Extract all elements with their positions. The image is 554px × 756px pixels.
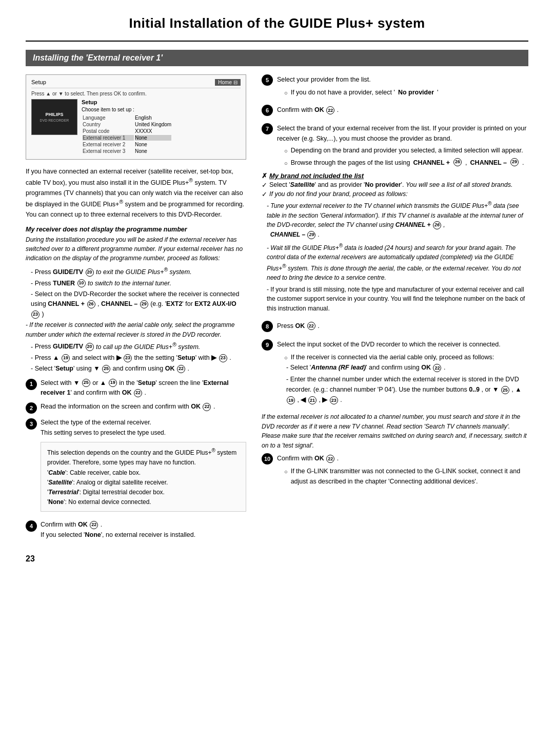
step-9: 9 Select the input socket of the DVD rec… <box>262 339 528 405</box>
setup-text-area: Setup Choose item to set up : LanguageEn… <box>82 99 241 155</box>
step-5: 5 Select your provider from the list. If… <box>262 74 528 98</box>
table-row: External receiver 1None <box>83 135 171 141</box>
step-content-8: Press OK 22 . <box>277 321 320 331</box>
subsection-receiver-no-display: My receiver does not display the program… <box>26 226 246 374</box>
step-10-bullet-1: If the G-LINK transmitter was not connec… <box>284 467 528 487</box>
step-9-subbullets: - Select 'Antenna (RF lead)' and confirm… <box>286 362 528 405</box>
list-item: 1 Select with ▼ 25 or ▲ 19 in the 'Setup… <box>26 378 246 398</box>
list-item: 3 Select the type of the external receiv… <box>26 418 246 516</box>
choose-text: Choose item to set up : <box>82 107 241 112</box>
list-item: - Select 'Antenna (RF lead)' and confirm… <box>286 362 528 373</box>
list-item: Press GUIDE/TV 20 to call up the GUIDE P… <box>26 340 246 352</box>
table-row: CountryUnited Kingdom <box>83 122 171 127</box>
step-content-10: Confirm with OK 22 . <box>277 453 339 463</box>
list-item: Select on the DVD-Recorder the socket wh… <box>26 289 246 319</box>
check-icon-2: ✓ <box>262 190 267 198</box>
step-content-6: Confirm with OK 22 . <box>277 105 339 115</box>
setup-screen: Setup Home ⊟ Press ▲ or ▼ to select. The… <box>26 74 246 160</box>
step-number-7: 7 <box>262 123 273 134</box>
step-number-6: 6 <box>262 105 273 116</box>
step-content-3: Select the type of the external receiver… <box>41 418 246 516</box>
section-header: Installing the 'External receiver 1' <box>26 50 528 66</box>
numbered-steps-left: 1 Select with ▼ 25 or ▲ 19 in the 'Setup… <box>26 378 246 540</box>
step-5-bullet: If you do not have a provider, select 'N… <box>277 88 528 98</box>
x-icon: ✗ <box>262 172 267 180</box>
brand-check-2: ✓ If you do not find your brand, proceed… <box>262 190 528 198</box>
step-content-4: Confirm with OK 22 . If you selected 'No… <box>41 520 246 540</box>
table-row: Postal codeXXXXX <box>83 128 171 134</box>
home-label: Home <box>218 80 232 85</box>
selection-box: This selection depends on the country an… <box>41 442 246 512</box>
step-number-4: 4 <box>26 520 37 532</box>
table-row: LanguageEnglish <box>83 115 171 121</box>
step-7-bullets: Depending on the brand and provider you … <box>277 146 528 168</box>
step-5-bullet-1: If you do not have a provider, select 'N… <box>284 88 528 98</box>
brand-dash-list: - Tune your external receiver to the TV … <box>262 200 528 314</box>
philips-logo: PHILIPS <box>45 112 63 117</box>
list-item: Press ▲ 19 and select with ▶ 23 the the … <box>26 353 246 363</box>
step-number-1: 1 <box>26 379 37 390</box>
right-column: 5 Select your provider from the list. If… <box>262 74 528 544</box>
list-item: - Enter the channel number under which t… <box>286 374 528 405</box>
brand-check-1: ✓ Select 'Satellite' and as provider 'No… <box>262 181 528 189</box>
list-item: Select 'Setup' using ▼ 25 and confirm us… <box>26 364 246 374</box>
subsection-bullet-steps: Press GUIDE/TV 20 to exit the GUIDE Plus… <box>26 266 246 374</box>
step-content-1: Select with ▼ 25 or ▲ 19 in the 'Setup' … <box>41 378 246 398</box>
list-item: 2 Read the information on the screen and… <box>26 402 246 414</box>
brand-x-bullet: ✗ My brand not included the list <box>262 172 528 180</box>
step-7-bullet-2: Browse through the pages of the list usi… <box>284 158 528 168</box>
tv-screen-image: PHILIPS DVD RECORDER <box>31 99 77 135</box>
right-col-steps: 5 Select your provider from the list. If… <box>262 74 528 487</box>
table-row: External receiver 2None <box>83 142 171 147</box>
step-8: 8 Press OK 22 . <box>262 321 528 332</box>
step-number-10: 10 <box>262 453 273 464</box>
home-icon: ⊟ <box>233 80 238 85</box>
list-item: Press TUNER 10 to switch to the internal… <box>26 279 246 288</box>
step-6: 6 Confirm with OK 22 . <box>262 105 528 116</box>
step-number-3: 3 <box>26 418 37 430</box>
step-7-bullet-1: Depending on the brand and provider you … <box>284 146 528 156</box>
step-number-9: 9 <box>262 339 273 351</box>
step-content-5: Select your provider from the list. <box>277 74 371 85</box>
step-9-bullet: If the receiver is connected via the aer… <box>277 353 528 405</box>
step-9-bullet-1: If the receiver is connected via the aer… <box>284 353 528 362</box>
step-10: 10 Confirm with OK 22 . If the G-LINK tr… <box>262 453 528 487</box>
setup-title: Setup <box>82 99 241 105</box>
home-button[interactable]: Home ⊟ <box>215 79 241 86</box>
brand-title: My brand not included the list <box>269 172 364 180</box>
italic-note-footer: If the external receiver is not allocate… <box>262 412 528 450</box>
press-instruction: Press ▲ or ▼ to select. Then press OK to… <box>31 91 241 96</box>
brand-not-included-section: ✗ My brand not included the list ✓ Selec… <box>262 172 528 314</box>
dvd-text: DVD RECORDER <box>40 119 69 122</box>
subsection-title: My receiver does not display the program… <box>26 226 246 233</box>
table-row: External receiver 3None <box>83 148 171 154</box>
step-7: 7 Select the brand of your external rece… <box>262 123 528 313</box>
list-item: 4 Confirm with OK 22 . If you selected '… <box>26 520 246 540</box>
left-column: Setup Home ⊟ Press ▲ or ▼ to select. The… <box>26 74 246 544</box>
list-item: If the receiver is connected with the ae… <box>26 320 246 339</box>
step-number-8: 8 <box>262 321 273 332</box>
setup-label: Setup <box>31 79 46 86</box>
step-content-7: Select the brand of your external receiv… <box>277 123 528 144</box>
list-item: Press GUIDE/TV 20 to exit the GUIDE Plus… <box>26 266 246 278</box>
step-number-5: 5 <box>262 74 273 86</box>
page-title: Initial Installation of the GUIDE Plus+ … <box>26 15 528 31</box>
step-content-2: Read the information on the screen and c… <box>41 402 246 412</box>
step-number-2: 2 <box>26 402 37 414</box>
subsection-italic-intro: During the installation procedure you wi… <box>26 235 246 263</box>
setup-table: LanguageEnglish CountryUnited Kingdom Po… <box>82 114 172 155</box>
list-item: - Wait till the GUIDE Plus+® data is loa… <box>262 242 528 283</box>
page-number: 23 <box>26 554 528 564</box>
step-10-bullet: If the G-LINK transmitter was not connec… <box>277 467 528 487</box>
check-icon-1: ✓ <box>262 181 267 189</box>
step-content-9: Select the input socket of the DVD recor… <box>277 339 501 350</box>
intro-text: If you have connected an external receiv… <box>26 167 246 220</box>
list-item: - If your brand is still missing, note t… <box>262 285 528 314</box>
list-item: - Tune your external receiver to the TV … <box>262 200 528 239</box>
